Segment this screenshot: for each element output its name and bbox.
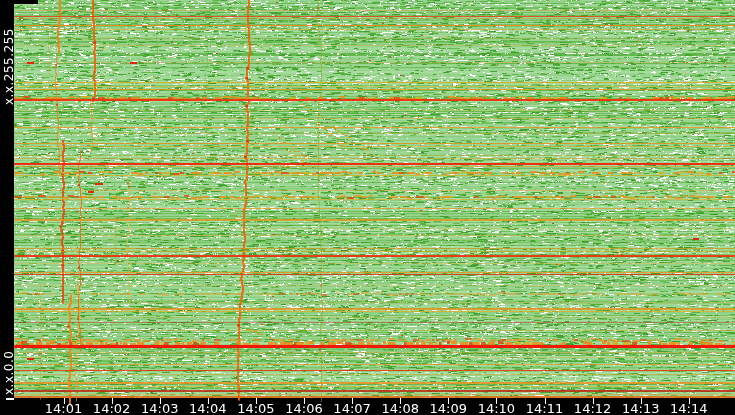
y-axis-bottom-label: x.x.0.0 — [2, 351, 16, 395]
x-tick-label: 14:03 — [136, 401, 184, 415]
x-tick-label: 14:01 — [40, 401, 88, 415]
x-tick-label: 14:13 — [617, 401, 665, 415]
x-tick-label: 14:10 — [472, 401, 520, 415]
x-tick-label: 14:14 — [665, 401, 713, 415]
x-tick-label: 14:09 — [424, 401, 472, 415]
x-tick-label: 14:12 — [569, 401, 617, 415]
x-tick-label: 14:08 — [376, 401, 424, 415]
x-tick-label: 14:05 — [232, 401, 280, 415]
y-axis-top-label: x.x.255.255 — [2, 28, 16, 105]
x-tick-label: 14:07 — [328, 401, 376, 415]
x-tick-label: 14:11 — [521, 401, 569, 415]
x-tick-label: 14:06 — [280, 401, 328, 415]
traffic-heatmap-canvas — [0, 0, 735, 415]
x-tick-label: 14:02 — [88, 401, 136, 415]
traffic-heatmap-window: x.x.255.255 x.x.0.0 14:0114:0214:0314:04… — [0, 0, 735, 415]
x-tick-label: 14:04 — [184, 401, 232, 415]
